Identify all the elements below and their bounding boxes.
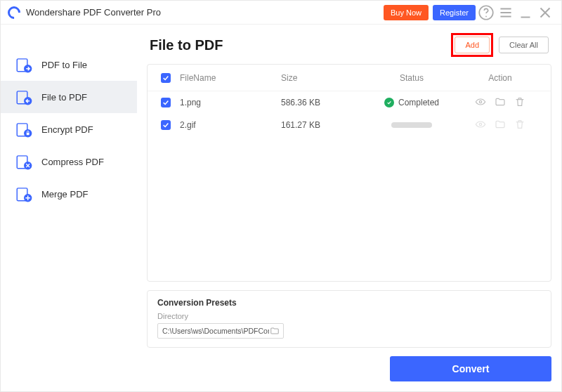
sidebar-item-merge-pdf[interactable]: Merge PDF [1,178,137,210]
col-size: Size [281,73,365,83]
presets-heading: Conversion Presets [157,298,541,308]
sidebar-item-label: PDF to File [41,60,87,70]
browse-folder-icon[interactable] [269,325,280,337]
delete-icon[interactable] [514,119,525,130]
row-checkbox[interactable] [161,98,171,107]
svg-point-14 [479,123,481,125]
compress-pdf-icon [15,152,33,171]
clear-all-button[interactable]: Clear All [499,37,549,53]
status-completed: Completed [384,98,439,107]
directory-label: Directory [157,312,541,320]
sidebar-item-label: Compress PDF [41,157,104,167]
cell-filename: 1.png [176,98,281,107]
open-folder-icon[interactable] [495,119,506,130]
svg-point-13 [479,100,481,103]
cell-size: 586.36 KB [281,98,365,107]
file-to-pdf-icon [15,88,33,106]
app-window: Wondershare PDF Converter Pro Buy Now Re… [0,0,562,392]
select-all-checkbox[interactable] [161,73,171,83]
sidebar-item-encrypt-pdf[interactable]: Encrypt PDF [1,113,137,145]
app-title: Wondershare PDF Converter Pro [26,7,161,18]
pdf-to-file-icon [15,55,33,74]
cell-action [458,119,542,132]
col-status: Status [365,73,458,83]
help-icon[interactable] [477,4,495,22]
main-header: File to PDF Add Clear All [137,25,561,64]
status-pending-pill [391,122,432,128]
sidebar-item-label: Encrypt PDF [41,124,93,135]
cell-status [365,120,458,130]
sidebar-item-file-to-pdf[interactable]: File to PDF [1,81,137,113]
table-row: 2.gif 161.27 KB [148,114,551,136]
sidebar-item-label: File to PDF [41,92,87,103]
body: PDF to File File to PDF Encrypt PDF Comp… [1,25,561,391]
titlebar: Wondershare PDF Converter Pro Buy Now Re… [1,1,561,25]
sidebar: PDF to File File to PDF Encrypt PDF Comp… [1,25,137,391]
sidebar-item-label: Merge PDF [41,189,88,200]
page-title: File to PDF [150,37,223,53]
delete-icon[interactable] [514,96,525,107]
col-filename: FileName [176,73,281,83]
sidebar-item-pdf-to-file[interactable]: PDF to File [1,48,137,81]
check-circle-icon [384,98,394,107]
add-button-highlight: Add [451,33,493,57]
col-action: Action [458,73,542,83]
close-icon[interactable] [536,4,554,22]
open-folder-icon[interactable] [495,96,506,107]
cell-action [458,96,542,110]
preview-icon[interactable] [475,96,486,107]
svg-rect-8 [27,133,30,135]
svg-point-1 [485,15,487,17]
directory-field [157,323,284,339]
merge-pdf-icon [15,185,33,203]
conversion-presets: Conversion Presets Directory [147,290,551,348]
main-panel: File to PDF Add Clear All FileName Size … [137,25,561,391]
convert-button[interactable]: Convert [390,356,551,381]
row-checkbox[interactable] [161,120,171,130]
cell-size: 161.27 KB [281,120,365,130]
table-body: 1.png 586.36 KB Completed [148,91,551,281]
table-header: FileName Size Status Action [148,65,551,91]
register-button[interactable]: Register [433,5,476,20]
preview-icon[interactable] [475,119,486,130]
minimize-icon[interactable] [516,4,535,22]
table-row: 1.png 586.36 KB Completed [148,91,551,114]
menu-icon[interactable] [497,4,515,22]
file-list-panel: FileName Size Status Action 1.png 586.36… [147,64,551,282]
sidebar-item-compress-pdf[interactable]: Compress PDF [1,145,137,178]
app-logo-icon [5,4,22,21]
cell-status: Completed [365,98,458,107]
cell-filename: 2.gif [176,120,281,130]
buy-now-button[interactable]: Buy Now [384,5,429,20]
encrypt-pdf-icon [15,120,33,138]
add-button[interactable]: Add [455,37,490,53]
directory-input[interactable] [162,327,269,335]
convert-bar: Convert [137,356,561,391]
